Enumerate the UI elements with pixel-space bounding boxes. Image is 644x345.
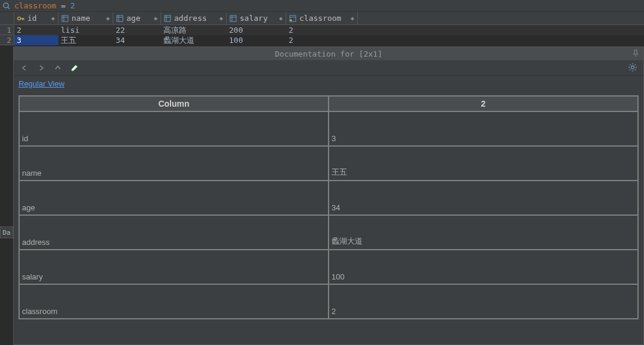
cell-name[interactable]: lisi xyxy=(58,25,113,35)
back-icon[interactable] xyxy=(18,62,30,74)
svg-rect-15 xyxy=(230,15,236,21)
sort-handle-icon[interactable]: ◆ xyxy=(278,14,283,23)
doc-table: Column 2 id 3 name 王五 age 34 addre xyxy=(18,95,639,319)
column-label: name xyxy=(72,14,90,23)
svg-rect-12 xyxy=(165,15,171,21)
doc-toolbar xyxy=(14,60,643,76)
doc-row: salary 100 xyxy=(19,250,638,284)
sort-handle-icon[interactable]: ◆ xyxy=(350,14,355,23)
column-header-age[interactable]: age ◆ xyxy=(113,12,161,24)
pin-icon[interactable] xyxy=(631,49,640,57)
sort-handle-icon[interactable]: ◆ xyxy=(219,14,224,23)
grid-body: 1 2 lisi 22 高凉路 200 2 2 3 王五 34 蠡湖大道 100… xyxy=(0,25,644,45)
forward-icon[interactable] xyxy=(35,62,47,74)
doc-th-column: Column xyxy=(19,96,329,111)
cell-id[interactable]: 2 xyxy=(14,25,58,35)
doc-key: salary xyxy=(19,250,329,284)
column-header-salary[interactable]: salary ◆ xyxy=(227,12,286,24)
svg-point-0 xyxy=(4,3,8,8)
svg-line-26 xyxy=(630,64,631,66)
doc-row: classroom 2 xyxy=(19,284,638,319)
svg-line-27 xyxy=(635,69,636,70)
up-icon[interactable] xyxy=(52,62,64,74)
cell-age[interactable]: 34 xyxy=(113,35,161,45)
doc-key: address xyxy=(19,215,329,250)
svg-point-21 xyxy=(631,66,634,69)
cell-classroom[interactable]: 2 xyxy=(286,35,358,45)
column-icon xyxy=(229,14,237,23)
cell-salary[interactable]: 200 xyxy=(227,25,286,35)
row-number: 1 xyxy=(0,25,14,35)
doc-key: age xyxy=(19,181,329,215)
doc-val: 34 xyxy=(329,181,638,215)
sort-handle-icon[interactable]: ◆ xyxy=(106,14,110,23)
edit-icon[interactable] xyxy=(69,62,80,74)
svg-line-28 xyxy=(630,69,631,70)
doc-val: 2 xyxy=(329,284,638,319)
svg-line-29 xyxy=(635,64,636,66)
svg-point-20 xyxy=(290,19,292,21)
table-row[interactable]: 1 2 lisi 22 高凉路 200 2 xyxy=(0,25,644,35)
column-header-classroom[interactable]: classroom ◆ xyxy=(286,12,358,24)
doc-key: id xyxy=(19,111,329,146)
gear-icon[interactable] xyxy=(628,63,639,73)
row-number: 2 xyxy=(0,35,14,45)
cell-id[interactable]: 3 xyxy=(14,35,58,45)
column-icon xyxy=(163,14,172,23)
filter-expression[interactable]: classroom = 2 xyxy=(14,1,75,10)
foreign-key-icon xyxy=(289,14,297,23)
doc-title: Documentation for [2x1] xyxy=(275,49,382,58)
cell-salary[interactable]: 100 xyxy=(227,35,286,45)
cell-name[interactable]: 王五 xyxy=(58,35,113,45)
doc-val: 3 xyxy=(329,111,638,146)
doc-row: id 3 xyxy=(19,111,638,146)
column-header-name[interactable]: name ◆ xyxy=(58,12,113,24)
search-icon[interactable] xyxy=(2,2,11,10)
sort-handle-icon[interactable]: ◆ xyxy=(51,14,55,23)
svg-rect-6 xyxy=(62,15,68,21)
doc-th-value: 2 xyxy=(329,96,638,111)
column-label: salary xyxy=(240,14,268,23)
doc-val: 王五 xyxy=(329,146,638,181)
doc-key: classroom xyxy=(19,284,329,319)
doc-row: name 王五 xyxy=(19,146,638,181)
documentation-panel: Documentation for [2x1] Regular View Col… xyxy=(13,46,644,345)
column-label: age xyxy=(126,14,140,23)
cell-classroom[interactable]: 2 xyxy=(286,25,358,35)
side-tab-label[interactable]: Da xyxy=(0,226,13,238)
column-label: id xyxy=(27,14,37,23)
cell-age[interactable]: 22 xyxy=(113,25,161,35)
column-label: address xyxy=(174,14,207,23)
doc-titlebar: Documentation for [2x1] xyxy=(14,47,643,60)
column-icon xyxy=(116,14,124,23)
svg-line-1 xyxy=(8,7,10,9)
doc-row: age 34 xyxy=(19,181,638,215)
table-row[interactable]: 2 3 王五 34 蠡湖大道 100 2 xyxy=(0,35,644,45)
column-header-address[interactable]: address ◆ xyxy=(161,12,227,24)
key-icon xyxy=(17,14,25,23)
doc-body: Regular View Column 2 id 3 name 王五 age xyxy=(14,76,643,344)
doc-val: 100 xyxy=(329,250,638,284)
column-header-id[interactable]: id ◆ xyxy=(14,12,58,24)
svg-point-2 xyxy=(18,17,21,20)
cell-address[interactable]: 高凉路 xyxy=(161,25,227,35)
sort-handle-icon[interactable]: ◆ xyxy=(153,14,158,23)
filter-bar: classroom = 2 xyxy=(0,0,644,12)
row-number-header xyxy=(0,12,14,24)
column-label: classroom xyxy=(299,14,341,23)
column-icon xyxy=(61,14,69,23)
grid-header: id ◆ name ◆ age ◆ address ◆ salary ◆ cla xyxy=(0,12,644,25)
cell-address[interactable]: 蠡湖大道 xyxy=(161,35,227,45)
svg-rect-9 xyxy=(117,15,123,21)
doc-row: address 蠡湖大道 xyxy=(19,215,638,250)
doc-val: 蠡湖大道 xyxy=(329,215,638,250)
regular-view-link[interactable]: Regular View xyxy=(18,79,64,88)
doc-key: name xyxy=(19,146,329,181)
